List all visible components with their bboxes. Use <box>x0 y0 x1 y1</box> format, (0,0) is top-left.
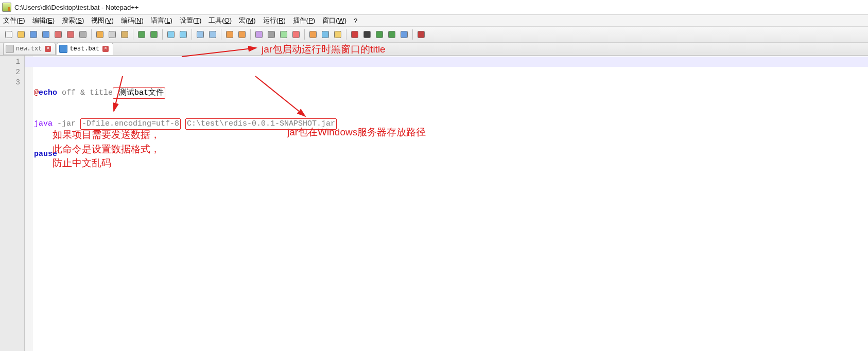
menu-item-10[interactable]: 插件(P) <box>293 16 315 25</box>
keyword-echo: echo <box>39 89 57 97</box>
svg-rect-12 <box>168 31 175 38</box>
wrap-icon[interactable] <box>253 29 265 40</box>
menu-item-4[interactable]: 编码(N) <box>121 16 144 25</box>
menu-item-8[interactable]: 宏(M) <box>239 16 256 25</box>
stop-macro-icon[interactable] <box>361 29 373 40</box>
arrow-title <box>179 45 262 61</box>
replace-icon[interactable] <box>178 29 189 40</box>
toolbar-separator <box>221 29 221 40</box>
print-icon[interactable] <box>77 29 89 40</box>
menu-item-9[interactable]: 运行(R) <box>263 16 286 25</box>
text-java: java <box>34 119 53 128</box>
code-area[interactable]: @echo off & title 测试bat文件 java -jar -Dfi… <box>25 56 868 351</box>
line-number: 1 <box>0 57 20 67</box>
copy-icon[interactable] <box>107 29 118 40</box>
zoom-out-icon[interactable] <box>207 29 218 40</box>
window-title: C:\Users\dk\Desktop\test.bat - Notepad++ <box>14 4 138 11</box>
close-icon[interactable] <box>53 29 64 40</box>
tab-new-txt[interactable]: new.txt× <box>3 43 56 55</box>
open-icon[interactable] <box>15 29 27 40</box>
svg-rect-20 <box>281 31 287 38</box>
svg-rect-8 <box>109 31 116 38</box>
svg-line-33 <box>255 76 305 116</box>
save-icon[interactable] <box>28 29 39 40</box>
cut-icon[interactable] <box>94 29 106 40</box>
menu-item-7[interactable]: 工具(O) <box>209 16 232 25</box>
current-line-highlight <box>25 57 868 67</box>
svg-rect-18 <box>256 31 263 38</box>
toolbar-separator <box>304 29 305 40</box>
svg-rect-25 <box>352 31 358 38</box>
svg-rect-22 <box>310 31 317 38</box>
at-symbol: @ <box>34 89 39 97</box>
toolbar-separator <box>91 29 92 40</box>
redo-icon[interactable] <box>148 29 160 40</box>
tab-label: new.txt <box>16 45 42 52</box>
save-all-icon[interactable] <box>40 29 51 40</box>
annotation-label-jarpath: jar包在Windows服务器存放路径 <box>287 125 426 139</box>
svg-rect-30 <box>418 31 425 38</box>
svg-rect-0 <box>6 31 12 38</box>
record-macro-icon[interactable] <box>349 29 360 40</box>
lang-icon[interactable] <box>290 29 302 40</box>
svg-rect-16 <box>227 31 233 38</box>
svg-rect-5 <box>67 31 74 38</box>
text-off-title: off & title <box>57 89 113 97</box>
close-all-icon[interactable] <box>65 29 76 40</box>
file-icon <box>59 45 67 53</box>
doc-map-icon[interactable] <box>307 29 319 40</box>
svg-rect-19 <box>268 31 275 38</box>
line-number: 3 <box>0 77 20 87</box>
file-icon <box>6 45 14 53</box>
svg-rect-26 <box>364 31 371 38</box>
show-all-chars-icon[interactable] <box>266 29 277 40</box>
paste-icon[interactable] <box>119 29 130 40</box>
play-macro-icon[interactable] <box>374 29 385 40</box>
toolbar-separator <box>192 29 192 40</box>
undo-icon[interactable] <box>136 29 147 40</box>
editor: 123 @echo off & title 测试bat文件 java -jar … <box>0 56 868 351</box>
menu-item-6[interactable]: 设置(T) <box>180 16 202 25</box>
tab-label: test.bat <box>70 45 99 52</box>
svg-line-32 <box>114 76 123 111</box>
menu-item-3[interactable]: 视图(V) <box>91 16 113 25</box>
line-number-gutter: 123 <box>0 56 25 351</box>
find-icon[interactable] <box>165 29 177 40</box>
indent-guide-icon[interactable] <box>278 29 289 40</box>
svg-rect-10 <box>138 31 145 38</box>
menu-item-1[interactable]: 编辑(E) <box>32 16 55 25</box>
tab-test-bat[interactable]: test.bat× <box>57 43 113 55</box>
text-jar-flag: -jar <box>53 119 80 128</box>
app-icon <box>2 3 11 12</box>
window-titlebar: C:\Users\dk\Desktop\test.bat - Notepad++ <box>0 0 868 15</box>
svg-rect-2 <box>30 31 37 38</box>
code-line-1: @echo off & title 测试bat文件 <box>34 87 868 98</box>
menu-item-12[interactable]: ? <box>354 17 357 25</box>
code-line-2: java -jar -Dfile.encoding=utf-8 C:\test\… <box>34 118 868 129</box>
annotation-label-title: jar包启动运行时黑窗口的title <box>262 42 386 57</box>
svg-rect-14 <box>197 31 204 38</box>
svg-rect-1 <box>18 31 25 38</box>
line-number: 2 <box>0 67 20 77</box>
play-multi-icon[interactable] <box>386 29 397 40</box>
svg-line-31 <box>182 48 256 57</box>
sync-v-icon[interactable] <box>224 29 235 40</box>
save-macro-icon[interactable] <box>398 29 410 40</box>
toolbar-separator <box>346 29 346 40</box>
tab-close-icon[interactable]: × <box>45 46 51 52</box>
folder-icon[interactable] <box>332 29 343 40</box>
zoom-in-icon[interactable] <box>195 29 206 40</box>
svg-rect-17 <box>239 31 246 38</box>
spell-check-icon[interactable] <box>415 29 427 40</box>
menu-item-5[interactable]: 语言(L) <box>151 16 172 25</box>
menu-item-11[interactable]: 窗口(W) <box>322 16 346 25</box>
toolbar-separator <box>412 29 413 40</box>
tab-close-icon[interactable]: × <box>102 46 109 52</box>
menu-item-2[interactable]: 搜索(S) <box>62 16 84 25</box>
svg-rect-4 <box>55 31 62 38</box>
toolbar-separator <box>133 29 133 40</box>
func-list-icon[interactable] <box>320 29 331 40</box>
sync-h-icon[interactable] <box>236 29 248 40</box>
new-file-icon[interactable] <box>3 29 14 40</box>
menu-item-0[interactable]: 文件(F) <box>3 16 25 25</box>
